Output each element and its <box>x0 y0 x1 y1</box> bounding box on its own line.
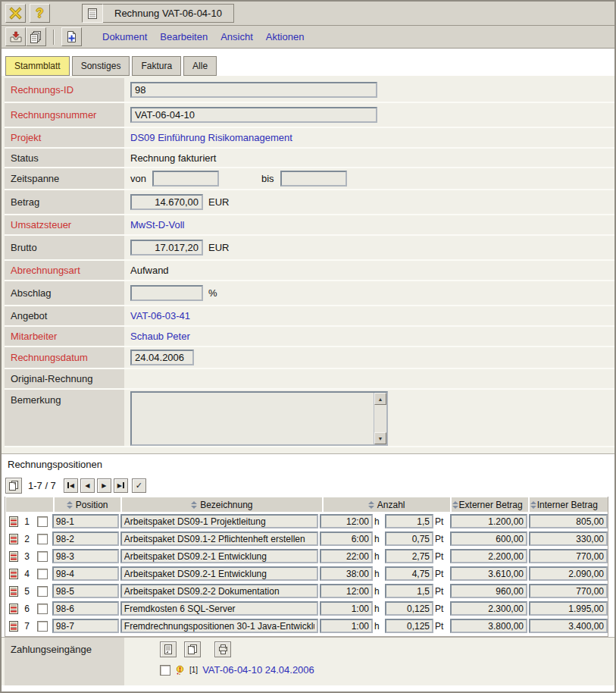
position-input[interactable] <box>52 514 119 528</box>
externer-betrag-input[interactable] <box>450 566 527 581</box>
tab-sonstiges[interactable]: Sonstiges <box>72 56 130 76</box>
row-checkbox[interactable] <box>37 621 48 632</box>
interner-betrag-input[interactable] <box>529 601 608 616</box>
bemerkung-textarea[interactable]: ▲ ▼ <box>130 391 388 446</box>
header-anzahl[interactable]: Anzahl <box>324 497 450 512</box>
copy-entry-button[interactable] <box>184 641 201 657</box>
stunden-input[interactable] <box>320 514 373 528</box>
externer-betrag-input[interactable] <box>450 584 527 598</box>
new-document-button[interactable] <box>61 27 82 46</box>
zeitspanne-bis-input[interactable] <box>280 171 347 187</box>
row-checkbox[interactable] <box>37 569 48 579</box>
bezeichnung-input[interactable] <box>120 532 318 546</box>
position-input[interactable] <box>52 619 119 633</box>
externer-betrag-input[interactable] <box>450 514 527 528</box>
punkte-input[interactable] <box>385 566 433 581</box>
row-detail-button[interactable] <box>6 532 21 547</box>
tab-alle[interactable]: Alle <box>183 56 217 76</box>
row-checkbox[interactable] <box>37 534 48 544</box>
interner-betrag-input[interactable] <box>529 619 608 633</box>
menu-ansicht[interactable]: Ansicht <box>220 31 253 42</box>
row-checkbox[interactable] <box>37 586 48 597</box>
first-page-button[interactable]: ◀ <box>64 478 78 493</box>
position-input[interactable] <box>52 584 119 598</box>
row-detail-button[interactable] <box>6 549 21 564</box>
stunden-input[interactable] <box>320 584 373 598</box>
interner-betrag-input[interactable] <box>529 549 608 563</box>
save-button[interactable] <box>5 27 26 46</box>
header-position[interactable]: Position <box>55 497 120 512</box>
position-input[interactable] <box>52 566 119 581</box>
stunden-input[interactable] <box>320 566 373 581</box>
print-button[interactable] <box>214 641 231 657</box>
interner-betrag-input[interactable] <box>529 584 608 598</box>
abschlag-input[interactable] <box>130 285 203 301</box>
bemerkung-scrollbar[interactable]: ▲ ▼ <box>374 393 386 444</box>
row-detail-button[interactable] <box>6 584 21 599</box>
last-page-button[interactable]: ▶ <box>114 478 128 493</box>
mitarbeiter-link[interactable]: Schaub Peter <box>130 331 190 342</box>
bezeichnung-input[interactable] <box>120 601 318 616</box>
help-button[interactable]: ? <box>30 4 50 23</box>
stunden-input[interactable] <box>320 601 373 616</box>
row-checkbox[interactable] <box>37 551 48 562</box>
angebot-link[interactable]: VAT-06-03-41 <box>130 310 190 321</box>
header-externer-betrag[interactable]: Externer Betrag <box>452 497 528 512</box>
rechnungsdatum-input[interactable] <box>130 350 194 365</box>
copy-button[interactable] <box>26 27 46 46</box>
payment-checkbox[interactable] <box>160 665 170 676</box>
punkte-input[interactable] <box>385 532 433 546</box>
bezeichnung-input[interactable] <box>120 584 318 598</box>
scroll-down-icon[interactable]: ▼ <box>374 432 386 444</box>
next-page-button[interactable]: ▶ <box>97 478 111 493</box>
tab-stammblatt[interactable]: Stammblatt <box>5 56 70 76</box>
position-input[interactable] <box>52 601 119 616</box>
header-bezeichnung[interactable]: Bezeichnung <box>122 497 322 512</box>
interner-betrag-input[interactable] <box>529 566 608 581</box>
punkte-input[interactable] <box>385 584 433 598</box>
stunden-input[interactable] <box>320 549 373 563</box>
menu-aktionen[interactable]: Aktionen <box>266 31 305 42</box>
menu-dokument[interactable]: Dokument <box>102 31 147 42</box>
position-input[interactable] <box>52 532 119 546</box>
externer-betrag-input[interactable] <box>450 619 527 633</box>
list-button[interactable] <box>160 641 177 657</box>
stunden-input[interactable] <box>320 532 373 546</box>
document-button[interactable] <box>82 4 103 23</box>
zeitspanne-von-input[interactable] <box>152 171 219 187</box>
punkte-input[interactable] <box>385 619 433 633</box>
rechnungs-id-input[interactable] <box>130 82 377 98</box>
row-detail-button[interactable] <box>6 619 21 634</box>
interner-betrag-input[interactable] <box>529 532 608 546</box>
bezeichnung-input[interactable] <box>120 619 318 633</box>
stunden-input[interactable] <box>320 619 373 633</box>
row-checkbox[interactable] <box>37 516 48 527</box>
row-detail-button[interactable] <box>6 566 21 582</box>
bezeichnung-input[interactable] <box>120 514 318 528</box>
punkte-input[interactable] <box>385 514 433 528</box>
tab-faktura[interactable]: Faktura <box>132 56 181 76</box>
scroll-up-icon[interactable]: ▲ <box>374 393 386 405</box>
externer-betrag-input[interactable] <box>450 601 527 616</box>
punkte-input[interactable] <box>385 601 433 616</box>
select-all-button[interactable]: ✓ <box>132 478 146 493</box>
projekt-link[interactable]: DS09 Einführung Risikomanagement <box>130 132 292 143</box>
row-checkbox[interactable] <box>37 604 48 614</box>
payment-link[interactable]: VAT-06-04-10 24.04.2006 <box>202 664 314 676</box>
copy-rows-button[interactable] <box>5 478 22 494</box>
externer-betrag-input[interactable] <box>450 549 527 563</box>
close-button[interactable] <box>5 4 26 23</box>
bezeichnung-input[interactable] <box>120 549 318 563</box>
prev-page-button[interactable]: ◀ <box>80 478 95 493</box>
rechnungsnummer-input[interactable] <box>130 107 377 123</box>
row-detail-button[interactable] <box>6 601 21 616</box>
brutto-input[interactable] <box>130 240 203 256</box>
menu-bearbeiten[interactable]: Bearbeiten <box>160 31 208 42</box>
umsatzsteuer-link[interactable]: MwSt-D-Voll <box>130 219 185 230</box>
row-detail-button[interactable] <box>6 514 21 529</box>
betrag-input[interactable] <box>130 194 203 210</box>
punkte-input[interactable] <box>385 549 433 563</box>
externer-betrag-input[interactable] <box>450 532 527 546</box>
interner-betrag-input[interactable] <box>529 514 608 528</box>
bezeichnung-input[interactable] <box>120 566 318 581</box>
